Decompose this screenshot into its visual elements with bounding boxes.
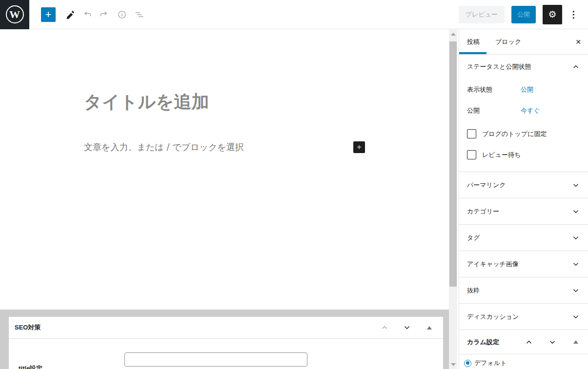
panel-tags[interactable]: タグ bbox=[459, 225, 588, 251]
collapse-toggle-button[interactable] bbox=[571, 338, 580, 347]
publish-date-link[interactable]: 今すぐ bbox=[521, 106, 540, 115]
default-radio-label: デフォルト bbox=[474, 359, 507, 368]
tab-block[interactable]: ブロック bbox=[487, 30, 529, 54]
empty-paragraph-block: 文章を入力、または / でブロックを選択 + bbox=[84, 141, 365, 153]
pencil-icon bbox=[65, 10, 75, 19]
publish-date-row: 公開 今すぐ bbox=[467, 100, 580, 121]
chevron-up-icon bbox=[571, 62, 580, 71]
seo-metabox-controls bbox=[380, 323, 434, 332]
more-options-button[interactable]: ⋮ bbox=[566, 8, 581, 21]
panel-permalink[interactable]: パーマリンク bbox=[459, 172, 588, 198]
default-radio-selected[interactable] bbox=[464, 360, 471, 367]
status-panel-title: ステータスと公開状態 bbox=[467, 62, 531, 71]
list-view-button[interactable] bbox=[135, 10, 144, 19]
undo-icon bbox=[83, 10, 93, 19]
topbar-actions: プレビュー 公開 ⚙ ⋮ bbox=[459, 5, 581, 24]
panel-title: ディスカッション bbox=[467, 312, 519, 321]
details-button[interactable] bbox=[117, 10, 127, 19]
wordpress-logo-button[interactable]: W bbox=[0, 0, 29, 29]
editor-canvas: タイトルを追加 文章を入力、または / でブロックを選択 + bbox=[0, 30, 449, 310]
publish-button[interactable]: 公開 bbox=[511, 6, 536, 23]
chevron-down-icon bbox=[571, 207, 580, 216]
status-panel-content: 表示状態 公開 公開 今すぐ ブログのトップに固定 レビュー待ち bbox=[459, 79, 588, 159]
panel-title: アイキャッチ画像 bbox=[467, 260, 519, 269]
tab-post[interactable]: 投稿 bbox=[459, 30, 487, 54]
undo-button[interactable] bbox=[83, 10, 93, 19]
sidebar-tabs: 投稿 ブロック ✕ bbox=[459, 30, 588, 55]
chevron-down-icon bbox=[571, 233, 580, 242]
panel-title: パーマリンク bbox=[467, 181, 506, 190]
sticky-checkbox-row[interactable]: ブログのトップに固定 bbox=[467, 129, 580, 138]
panel-column-settings[interactable]: カラム設定 bbox=[459, 330, 588, 354]
status-panel-header[interactable]: ステータスと公開状態 bbox=[459, 55, 588, 79]
preview-button[interactable]: プレビュー bbox=[459, 6, 505, 23]
pending-review-checkbox[interactable] bbox=[467, 150, 476, 159]
triangle-up-icon bbox=[573, 340, 578, 344]
title-setting-label: title設定 bbox=[19, 364, 42, 369]
editor-topbar: W + bbox=[0, 0, 588, 29]
plus-icon: + bbox=[45, 8, 52, 21]
info-icon bbox=[117, 10, 127, 19]
move-down-button[interactable] bbox=[548, 338, 557, 347]
panel-categories[interactable]: カテゴリー bbox=[459, 198, 588, 225]
add-block-button[interactable]: + bbox=[353, 141, 365, 153]
settings-sidebar: 投稿 ブロック ✕ ステータスと公開状態 表示状態 公開 公開 bbox=[459, 30, 588, 369]
title-setting-input[interactable] bbox=[124, 352, 307, 367]
vertical-scrollbar[interactable] bbox=[449, 30, 457, 369]
panel-title: タグ bbox=[467, 233, 480, 242]
gear-icon: ⚙ bbox=[548, 9, 556, 20]
move-up-button[interactable] bbox=[380, 323, 389, 332]
sticky-checkbox-label: ブログのトップに固定 bbox=[482, 130, 547, 138]
metabox-area: SEO対策 title設定 bbox=[0, 310, 449, 369]
list-view-icon bbox=[135, 10, 144, 19]
panel-title: カテゴリー bbox=[467, 207, 499, 216]
sticky-checkbox[interactable] bbox=[467, 129, 476, 138]
scroll-down-arrow-icon[interactable] bbox=[451, 363, 456, 366]
panel-discussion[interactable]: ディスカッション bbox=[459, 304, 588, 330]
triangle-up-icon bbox=[427, 326, 432, 330]
wordpress-block-editor: W + bbox=[0, 0, 588, 369]
panel-excerpt[interactable]: 抜粋 bbox=[459, 277, 588, 304]
seo-metabox-body: title設定 bbox=[9, 339, 443, 369]
redo-icon bbox=[99, 10, 108, 19]
column-settings-title: カラム設定 bbox=[467, 338, 499, 347]
visibility-value-link[interactable]: 公開 bbox=[521, 85, 533, 94]
active-tab-indicator bbox=[459, 52, 487, 54]
seo-metabox-title: SEO対策 bbox=[15, 323, 41, 332]
ellipsis-vertical-icon: ⋮ bbox=[569, 9, 578, 19]
edit-mode-button[interactable] bbox=[65, 10, 75, 19]
wordpress-icon: W bbox=[6, 5, 24, 23]
column-settings-controls bbox=[525, 338, 580, 347]
scrollbar-thumb[interactable] bbox=[449, 41, 457, 287]
seo-metabox: SEO対策 title設定 bbox=[9, 317, 443, 369]
chevron-down-icon bbox=[571, 181, 580, 190]
move-up-button[interactable] bbox=[525, 338, 533, 347]
chevron-down-icon bbox=[571, 312, 580, 321]
seo-metabox-header[interactable]: SEO対策 bbox=[9, 317, 443, 339]
paragraph-placeholder[interactable]: 文章を入力、または / でブロックを選択 bbox=[84, 141, 353, 153]
settings-toggle-button[interactable]: ⚙ bbox=[543, 5, 562, 24]
chevron-down-icon bbox=[571, 260, 580, 269]
move-down-button[interactable] bbox=[403, 323, 411, 332]
pending-review-checkbox-row[interactable]: レビュー待ち bbox=[467, 150, 580, 159]
panel-title: 抜粋 bbox=[467, 286, 480, 295]
block-inserter-button[interactable]: + bbox=[41, 7, 56, 22]
scroll-up-arrow-icon[interactable] bbox=[451, 33, 456, 36]
close-sidebar-button[interactable]: ✕ bbox=[575, 38, 581, 46]
post-title-input[interactable]: タイトルを追加 bbox=[84, 90, 365, 114]
plus-icon: + bbox=[357, 142, 362, 153]
panel-featured-image[interactable]: アイキャッチ画像 bbox=[459, 251, 588, 277]
visibility-row: 表示状態 公開 bbox=[467, 79, 580, 100]
chevron-down-icon bbox=[571, 286, 580, 295]
close-icon: ✕ bbox=[575, 38, 581, 46]
collapse-toggle-button[interactable] bbox=[425, 323, 434, 332]
redo-button[interactable] bbox=[99, 10, 108, 19]
panel-status-visibility: ステータスと公開状態 表示状態 公開 公開 今すぐ ブログのトップに固定 bbox=[459, 55, 588, 172]
publish-label: 公開 bbox=[467, 106, 521, 115]
visibility-label: 表示状態 bbox=[467, 85, 521, 94]
pending-review-checkbox-label: レビュー待ち bbox=[482, 151, 521, 159]
default-radio-row[interactable]: デフォルト bbox=[459, 354, 588, 368]
